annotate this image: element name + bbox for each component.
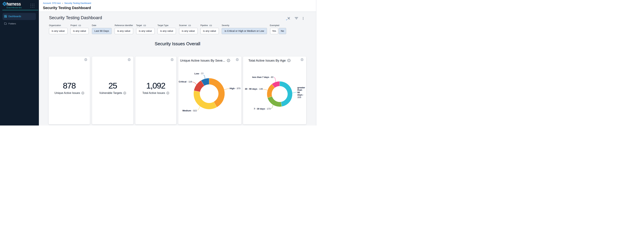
svg-text:7 - 30 days - 173: 7 - 30 days - 173 — [254, 107, 271, 110]
svg-text:less than 7 days - 80: less than 7 days - 80 — [252, 76, 273, 78]
svg-text:High - 370: High - 370 — [230, 87, 240, 90]
svg-text:Critical - 116: Critical - 116 — [179, 80, 192, 83]
svg-text:greater: greater — [298, 86, 305, 89]
svg-text:359: 359 — [298, 96, 301, 99]
svg-text:days -: days - — [298, 94, 304, 96]
svg-text:30 - 90 days - 146: 30 - 90 days - 146 — [245, 88, 263, 90]
svg-text:90: 90 — [298, 91, 300, 94]
svg-text:Medium - 322: Medium - 322 — [182, 109, 197, 112]
svg-text:than: than — [298, 89, 302, 91]
svg-text:Low - 77: Low - 77 — [194, 72, 204, 75]
